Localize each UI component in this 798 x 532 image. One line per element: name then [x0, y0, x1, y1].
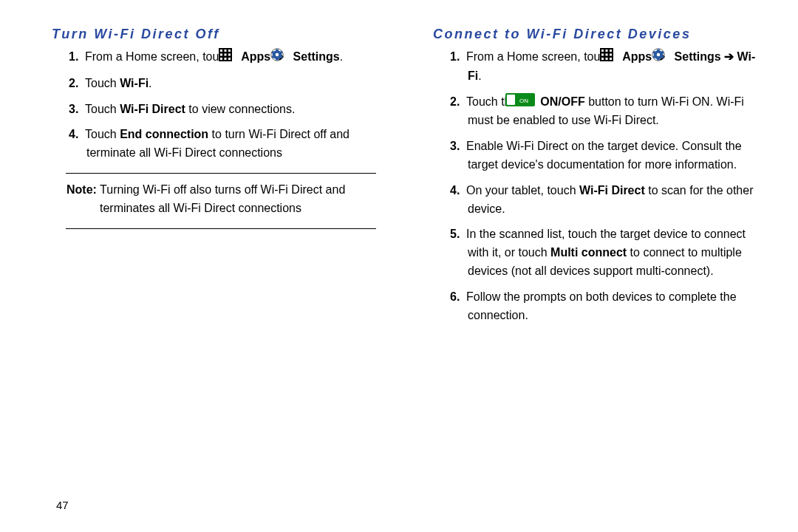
svg-rect-6 [228, 54, 231, 56]
svg-rect-17 [605, 54, 607, 56]
svg-rect-2 [224, 50, 226, 52]
svg-rect-9 [228, 58, 231, 60]
left-step-2: 2.Touch Wi-Fi. [69, 75, 381, 93]
svg-rect-8 [224, 58, 226, 60]
svg-rect-20 [605, 58, 607, 60]
svg-rect-21 [610, 58, 612, 60]
svg-rect-18 [610, 54, 612, 56]
divider-bottom [66, 228, 376, 229]
right-step-2: 2.Touch the ON ON/OFF button to turn Wi-… [450, 93, 762, 131]
svg-rect-19 [601, 58, 604, 60]
right-column: Connect to Wi-Fi Direct Devices 1.From a… [422, 22, 762, 332]
svg-point-23 [657, 53, 661, 57]
on-toggle-icon: ON [523, 93, 535, 112]
right-step-5: 5.In the scanned list, touch the target … [450, 225, 762, 280]
right-heading: Connect to Wi-Fi Direct Devices [433, 27, 762, 42]
svg-rect-13 [601, 50, 604, 52]
right-step-1: 1.From a Home screen, touch Apps ➔ Setti… [450, 48, 762, 86]
note-block: Note: Turning Wi-Fi off also turns off W… [41, 181, 381, 218]
right-steps: 1.From a Home screen, touch Apps ➔ Setti… [422, 48, 762, 324]
svg-rect-25 [507, 95, 515, 105]
left-step-3: 3.Touch Wi-Fi Direct to view connections… [69, 100, 381, 119]
left-column: Turn Wi-Fi Direct Off 1.From a Home scre… [41, 22, 381, 332]
svg-text:ON: ON [519, 98, 528, 104]
left-steps: 1.From a Home screen, touch Apps ➔ Setti… [41, 48, 381, 163]
svg-rect-5 [224, 54, 226, 56]
right-step-4: 4.On your tablet, touch Wi-Fi Direct to … [450, 182, 762, 219]
left-heading: Turn Wi-Fi Direct Off [52, 27, 381, 42]
svg-rect-4 [220, 54, 222, 56]
divider-top [66, 173, 376, 174]
right-step-6: 6.Follow the prompts on both devices to … [450, 288, 762, 325]
svg-rect-7 [220, 58, 222, 60]
left-step-1: 1.From a Home screen, touch Apps ➔ Setti… [69, 48, 381, 67]
svg-rect-1 [220, 50, 222, 52]
svg-rect-14 [605, 50, 607, 52]
right-step-3: 3.Enable Wi-Fi Direct on the target devi… [450, 137, 762, 174]
svg-rect-3 [228, 50, 231, 52]
left-step-4: 4.Touch End connection to turn Wi-Fi Dir… [69, 126, 381, 163]
page-number: 47 [56, 499, 69, 511]
svg-point-11 [276, 53, 279, 57]
svg-rect-16 [601, 54, 604, 56]
svg-rect-15 [610, 50, 612, 52]
